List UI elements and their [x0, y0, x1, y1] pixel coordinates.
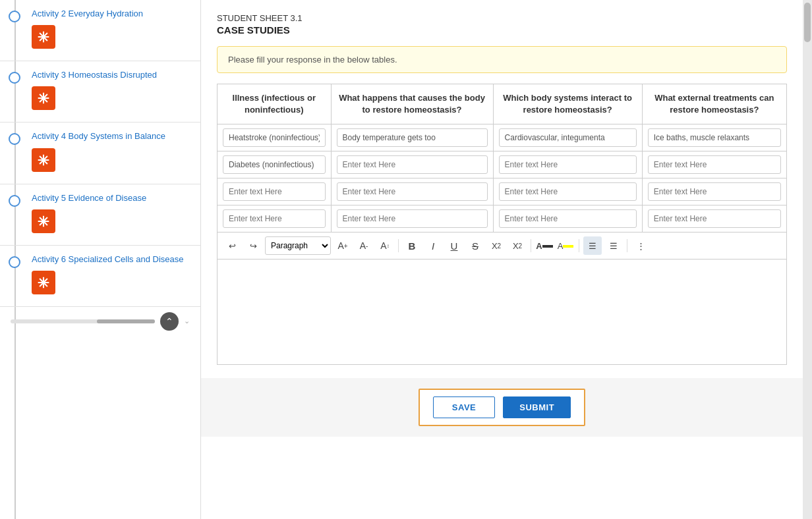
right-scrollbar	[803, 0, 812, 519]
editor-area[interactable]	[217, 260, 787, 365]
activity-5-circle	[9, 195, 20, 207]
sidebar-scroll-thumb	[97, 319, 155, 323]
content-area: STUDENT SHEET 3.1 CASE STUDIES Please fi…	[201, 0, 803, 378]
table-input-row0-col2[interactable]	[499, 128, 637, 147]
paragraph-select[interactable]: Paragraph	[265, 236, 331, 255]
table-input-row2-col2[interactable]	[499, 182, 637, 201]
sidebar-item-activity-3[interactable]: Activity 3 Homeostasis Disrupted	[0, 61, 200, 123]
sidebar-scroll-area: ⌃ ⌄	[0, 307, 200, 336]
font-size-increase-button[interactable]: A+	[334, 236, 352, 255]
table-cell-row2-col2	[493, 178, 642, 205]
table-cell-row2-col3	[642, 178, 786, 205]
activity-6-circle	[9, 256, 20, 268]
align-left-button[interactable]: ☰	[583, 236, 602, 255]
table-header-col3: Which body systems interact to restore h…	[493, 84, 642, 124]
activity-4-circle	[9, 133, 20, 145]
activity-2-circle	[9, 11, 20, 22]
table-row	[218, 124, 787, 151]
table-cell-row2-col0	[218, 178, 332, 205]
sheet-title: CASE STUDIES	[217, 24, 787, 36]
table-header-col1: Illness (infectious or noninfectious)	[218, 84, 332, 124]
action-buttons-container: SAVE SUBMIT	[419, 389, 585, 426]
activity-6-icon	[32, 271, 55, 294]
more-options-button[interactable]: ⋮	[631, 236, 650, 255]
editor-toolbar: ↩ ↪ Paragraph A+ A- A↕ B I U S X2 X2 A A	[217, 232, 787, 260]
asterisk-icon-5	[37, 215, 50, 228]
table-input-row2-col0[interactable]	[223, 182, 326, 201]
table-cell-row0-col2	[493, 124, 642, 151]
activity-5-icon	[32, 209, 55, 233]
table-header-col2: What happens that causes the body to res…	[331, 84, 493, 124]
sidebar-item-activity-2[interactable]: Activity 2 Everyday Hydration	[0, 0, 200, 61]
save-button[interactable]: SAVE	[433, 396, 495, 418]
underline-button[interactable]: U	[445, 236, 463, 255]
table-input-row1-col1[interactable]	[337, 155, 488, 174]
table-input-row1-col2[interactable]	[499, 155, 637, 174]
toolbar-divider-3	[579, 239, 579, 252]
line-height-button[interactable]: A↕	[376, 236, 394, 255]
table-input-row0-col1[interactable]	[337, 128, 488, 147]
table-row	[218, 205, 787, 232]
superscript-button[interactable]: X2	[508, 236, 527, 255]
toolbar-divider-2	[531, 239, 531, 252]
sidebar-item-activity-5[interactable]: Activity 5 Evidence of Disease	[0, 184, 200, 246]
asterisk-icon	[37, 30, 50, 43]
asterisk-icon-6	[37, 276, 50, 289]
table-cell-row0-col1	[331, 124, 493, 151]
activity-3-title: Activity 3 Homeostasis Disrupted	[32, 69, 190, 81]
table-cell-row0-col3	[642, 124, 786, 151]
table-cell-row1-col3	[642, 151, 786, 178]
sidebar: Activity 2 Everyday Hydration Activity 3…	[0, 0, 201, 519]
case-studies-table: Illness (infectious or noninfectious) Wh…	[217, 84, 787, 232]
table-cell-row1-col0	[218, 151, 332, 178]
highlight-color-button[interactable]: A	[556, 236, 575, 255]
scroll-down-indicator: ⌄	[184, 317, 190, 325]
notice-text: Please fill your response in the below t…	[228, 55, 397, 65]
table-cell-row3-col2	[493, 205, 642, 232]
align-right-button[interactable]: ☰	[604, 236, 623, 255]
table-input-row1-col0[interactable]	[223, 155, 326, 174]
toolbar-divider-1	[398, 239, 399, 252]
bottom-bar: SAVE SUBMIT	[201, 378, 803, 437]
table-input-row2-col3[interactable]	[648, 182, 781, 201]
table-cell-row0-col0	[218, 124, 332, 151]
table-cell-row2-col1	[331, 178, 493, 205]
bold-button[interactable]: B	[403, 236, 421, 255]
table-input-row3-col1[interactable]	[337, 209, 488, 228]
subscript-button[interactable]: X2	[487, 236, 506, 255]
sidebar-item-activity-6[interactable]: Activity 6 Specialized Cells and Disease	[0, 246, 200, 307]
sheet-label: STUDENT SHEET 3.1	[217, 13, 787, 23]
table-row	[218, 151, 787, 178]
table-input-row0-col3[interactable]	[648, 128, 781, 147]
font-size-decrease-button[interactable]: A-	[355, 236, 373, 255]
table-input-row3-col3[interactable]	[648, 209, 781, 228]
activity-2-icon	[32, 25, 55, 49]
scroll-up-button[interactable]: ⌃	[160, 312, 179, 331]
right-scrollbar-thumb	[804, 3, 811, 42]
font-color-button[interactable]: A	[535, 236, 554, 255]
table-input-row2-col1[interactable]	[337, 182, 488, 201]
activity-2-title: Activity 2 Everyday Hydration	[32, 8, 190, 20]
toolbar-divider-4	[627, 239, 627, 252]
table-input-row3-col2[interactable]	[499, 209, 637, 228]
table-header-col4: What external treatments can restore hom…	[642, 84, 786, 124]
asterisk-icon-3	[37, 92, 50, 105]
activity-4-icon	[32, 148, 55, 172]
table-input-row0-col0[interactable]	[223, 128, 326, 147]
activity-3-icon	[32, 86, 55, 110]
activity-4-title: Activity 4 Body Systems in Balance	[32, 130, 190, 142]
activity-6-title: Activity 6 Specialized Cells and Disease	[32, 254, 190, 265]
activity-5-title: Activity 5 Evidence of Disease	[32, 192, 190, 204]
undo-button[interactable]: ↩	[223, 236, 241, 255]
activity-3-circle	[9, 72, 20, 84]
italic-button[interactable]: I	[424, 236, 442, 255]
strikethrough-button[interactable]: S	[466, 236, 484, 255]
table-cell-row1-col1	[331, 151, 493, 178]
submit-button[interactable]: SUBMIT	[503, 396, 571, 418]
redo-button[interactable]: ↪	[244, 236, 262, 255]
table-cell-row3-col0	[218, 205, 332, 232]
table-input-row1-col3[interactable]	[648, 155, 781, 174]
table-cell-row3-col3	[642, 205, 786, 232]
sidebar-item-activity-4[interactable]: Activity 4 Body Systems in Balance	[0, 123, 200, 184]
table-input-row3-col0[interactable]	[223, 209, 326, 228]
